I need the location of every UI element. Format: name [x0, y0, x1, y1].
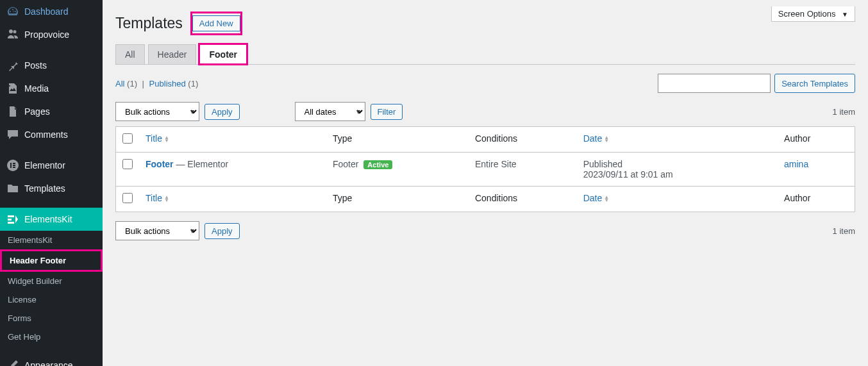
status-filter-links: All (1) | Published (1): [115, 79, 198, 88]
sidebar-sub-widget-builder[interactable]: Widget Builder: [0, 272, 103, 290]
brush-icon: [6, 359, 19, 366]
sidebar-item-posts[interactable]: Posts: [0, 54, 103, 77]
sort-icon: ▲▼: [604, 195, 609, 202]
row-checkbox[interactable]: [122, 159, 133, 169]
sidebar-item-label: Posts: [24, 60, 47, 71]
svg-rect-4: [13, 167, 15, 168]
row-type: Footer: [333, 159, 358, 169]
column-type-bottom: Type: [326, 186, 469, 212]
svg-rect-3: [13, 165, 15, 166]
sidebar-item-comments[interactable]: Comments: [0, 123, 103, 146]
column-date-bottom[interactable]: Date▲▼: [583, 193, 610, 203]
bulk-actions-select[interactable]: Bulk actions: [115, 102, 199, 121]
search-input[interactable]: [658, 74, 771, 93]
templates-table: Title▲▼ Type Conditions Date▲▼ Author Fo…: [115, 126, 855, 212]
active-badge: Active: [363, 160, 392, 169]
sidebar-item-elementskit[interactable]: ElementsKit: [0, 208, 103, 231]
filter-pub-count: (1): [188, 79, 198, 88]
sidebar-item-label: Pages: [24, 106, 50, 117]
sort-icon: ▲▼: [604, 136, 609, 142]
sidebar-item-dashboard[interactable]: Dashboard: [0, 0, 103, 23]
search-templates-button[interactable]: Search Templates: [774, 74, 855, 93]
filter-button[interactable]: Filter: [371, 104, 403, 120]
svg-rect-1: [10, 163, 12, 168]
sidebar-item-pages[interactable]: Pages: [0, 100, 103, 123]
svg-rect-5: [8, 215, 14, 217]
sidebar-sub-license[interactable]: License: [0, 290, 103, 309]
sidebar-item-label: Dashboard: [24, 6, 69, 17]
users-icon: [6, 28, 19, 41]
sidebar-item-label: ElementsKit: [24, 214, 72, 224]
sidebar-item-propovoice[interactable]: Propovoice: [0, 23, 103, 46]
sidebar-sub-header-footer[interactable]: Header Footer: [2, 251, 101, 270]
sidebar-item-media[interactable]: Media: [0, 77, 103, 100]
media-icon: [6, 82, 19, 95]
column-type: Type: [326, 127, 469, 153]
pages-icon: [6, 105, 19, 118]
main-content: Screen Options ▼ Templates Add New All H…: [103, 0, 868, 366]
sort-icon: ▲▼: [164, 136, 169, 142]
comment-icon: [6, 128, 19, 141]
sidebar-sub-elementskit[interactable]: ElementsKit: [0, 231, 103, 249]
table-row: Footer — Elementor Footer Active Entire …: [116, 153, 855, 186]
apply-bulk-button-bottom[interactable]: Apply: [204, 223, 240, 239]
svg-rect-2: [13, 163, 15, 164]
admin-sidebar: Dashboard Propovoice Posts Media Pages C…: [0, 0, 103, 366]
sidebar-item-label: Comments: [24, 129, 68, 140]
column-author: Author: [778, 127, 855, 153]
elementor-icon: [6, 159, 19, 172]
row-author-link[interactable]: amina: [784, 159, 808, 169]
sidebar-item-appearance[interactable]: Appearance: [0, 354, 103, 366]
sidebar-item-label: Appearance: [24, 360, 73, 366]
column-date[interactable]: Date▲▼: [583, 133, 610, 144]
column-title[interactable]: Title▲▼: [146, 133, 169, 144]
row-date-status: Published: [583, 159, 771, 169]
svg-rect-6: [8, 219, 12, 220]
sidebar-item-elementor[interactable]: Elementor: [0, 154, 103, 177]
filter-tabs: All Header Footer: [115, 44, 855, 65]
sort-icon: ▲▼: [164, 195, 169, 202]
sidebar-item-templates[interactable]: Templates: [0, 177, 103, 200]
select-all-checkbox-bottom[interactable]: [122, 193, 133, 203]
select-all-checkbox[interactable]: [122, 133, 133, 144]
screen-options-button[interactable]: Screen Options ▼: [771, 6, 855, 22]
sidebar-item-label: Elementor: [24, 160, 65, 171]
folder-icon: [6, 182, 19, 195]
filter-all-count: (1): [127, 79, 137, 88]
date-filter-select[interactable]: All dates: [295, 102, 365, 121]
chevron-down-icon: ▼: [842, 11, 848, 18]
column-author-bottom: Author: [778, 186, 855, 212]
column-conditions: Conditions: [469, 127, 577, 153]
row-title-link[interactable]: Footer: [146, 159, 174, 169]
tab-all[interactable]: All: [115, 44, 145, 64]
sidebar-sub-forms[interactable]: Forms: [0, 309, 103, 328]
row-date-value: 2023/09/11 at 9:01 am: [583, 169, 771, 179]
ekit-icon: [6, 213, 19, 226]
add-new-button[interactable]: Add New: [192, 15, 240, 31]
apply-bulk-button[interactable]: Apply: [204, 104, 240, 120]
sidebar-item-label: Media: [24, 83, 49, 94]
filter-link-all[interactable]: All: [115, 79, 124, 88]
filter-link-published[interactable]: Published: [149, 79, 186, 88]
sidebar-sub-get-help[interactable]: Get Help: [0, 328, 103, 346]
column-title-bottom[interactable]: Title▲▼: [146, 193, 169, 203]
sidebar-item-label: Templates: [24, 183, 65, 194]
bulk-actions-select-bottom[interactable]: Bulk actions: [115, 221, 199, 240]
row-conditions: Entire Site: [469, 153, 577, 186]
svg-rect-7: [8, 222, 14, 224]
screen-options-label: Screen Options: [778, 9, 836, 19]
tab-header[interactable]: Header: [148, 44, 197, 64]
pin-icon: [6, 59, 19, 72]
item-count-bottom: 1 item: [833, 226, 855, 236]
item-count: 1 item: [833, 107, 855, 117]
column-conditions-bottom: Conditions: [469, 186, 577, 212]
sidebar-item-label: Propovoice: [24, 29, 69, 40]
row-title-suffix: — Elementor: [174, 159, 229, 169]
tab-footer[interactable]: Footer: [199, 44, 247, 64]
dashboard-icon: [6, 5, 19, 18]
page-title: Templates: [115, 15, 183, 32]
